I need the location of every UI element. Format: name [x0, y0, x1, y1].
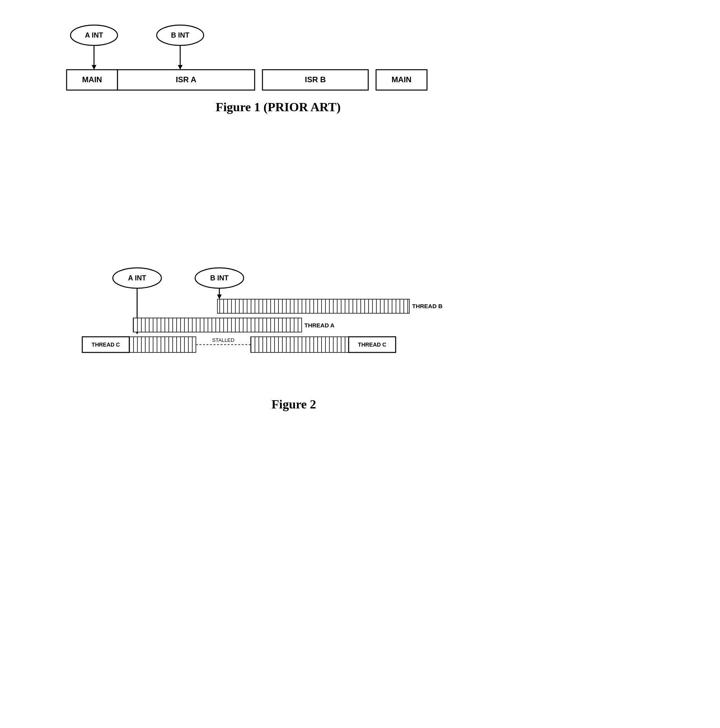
svg-text:THREAD C: THREAD C: [92, 341, 120, 348]
svg-text:ISR B: ISR B: [305, 75, 326, 84]
svg-point-2: [157, 25, 204, 45]
svg-text:B INT: B INT: [171, 31, 190, 39]
svg-text:A INT: A INT: [85, 31, 103, 39]
svg-marker-5: [92, 65, 96, 70]
svg-rect-34: [129, 337, 196, 352]
figure1-container: A INT B INT MAIN ISR A ISR B MAIN: [63, 23, 494, 114]
svg-rect-37: [251, 337, 349, 352]
svg-marker-7: [178, 65, 183, 70]
svg-rect-10: [118, 70, 255, 90]
svg-text:THREAD A: THREAD A: [304, 322, 335, 329]
figure2-svg: A INT B INT: [78, 266, 509, 384]
svg-text:MAIN: MAIN: [82, 75, 102, 84]
figure1-caption: Figure 1 (PRIOR ART): [63, 100, 494, 114]
figure2-caption: Figure 2: [78, 397, 509, 412]
svg-text:ISR A: ISR A: [176, 75, 197, 84]
svg-rect-30: [133, 318, 302, 332]
svg-marker-23: [217, 294, 222, 299]
svg-rect-14: [376, 70, 427, 90]
figure1-caption-text: Figure 1 (PRIOR ART): [63, 100, 494, 114]
figure1-svg: A INT B INT MAIN ISR A ISR B MAIN: [63, 23, 454, 102]
svg-text:B INT: B INT: [210, 274, 229, 282]
svg-point-0: [71, 25, 118, 45]
figure2-caption-text: Figure 2: [78, 397, 509, 412]
figure2-container: A INT B INT: [78, 266, 509, 412]
svg-rect-28: [217, 299, 409, 313]
svg-text:THREAD C: THREAD C: [358, 341, 386, 348]
svg-text:STALLED: STALLED: [212, 337, 235, 343]
page: A INT B INT MAIN ISR A ISR B MAIN: [0, 0, 720, 728]
svg-text:MAIN: MAIN: [391, 75, 411, 84]
svg-rect-8: [67, 70, 118, 90]
svg-text:A INT: A INT: [128, 274, 146, 282]
svg-rect-12: [262, 70, 368, 90]
svg-text:THREAD B: THREAD B: [412, 303, 443, 309]
